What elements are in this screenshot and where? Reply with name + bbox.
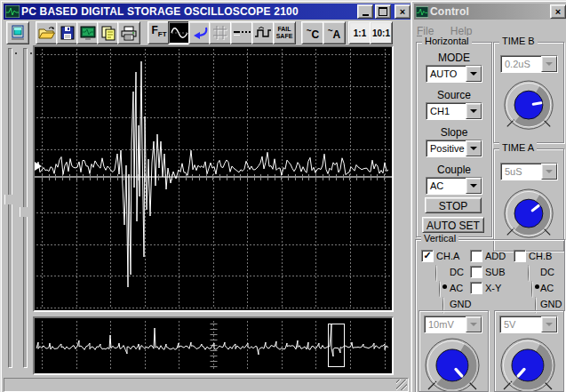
save-floppy-icon [60,26,75,40]
main-scope-display [33,45,394,312]
ch-b-checkbox-label: CH.B [529,251,552,261]
slope-dropdown-arrow [466,140,482,156]
square-wave-icon [254,26,272,40]
ch-b-gain-knob[interactable] [498,336,557,391]
position-slider-thumb-b[interactable] [20,207,32,217]
status-bar [4,378,409,392]
slider-tick [15,52,17,54]
control-menubar: File Help [417,22,559,36]
app-icon [5,5,20,18]
ac-cal-c-icon: ~C [307,26,320,41]
time-a-select[interactable]: 5uS [500,163,558,180]
exit-icon [10,25,26,41]
couple-dropdown-arrow [466,178,482,194]
source-dropdown-arrow [466,103,482,119]
main-window: PC BASED DIGITAL STORAGE OSCILLOSCOPE 21… [0,0,412,392]
fft-icon: FFT [151,26,166,39]
auto-set-button-label: AUTO SET [426,220,480,232]
control-titlebar[interactable]: Control × [414,4,566,20]
dotted-trace-button[interactable] [230,21,253,44]
main-scope-canvas [35,47,392,310]
time-a-dropdown-arrow [541,164,557,180]
resize-grip[interactable] [396,380,407,390]
time-b-group: TIME B 0.2uS [493,42,564,143]
time-a-value: 5uS [501,164,541,180]
scope-screen-icon [80,26,96,40]
time-a-group: TIME A 5uS [493,148,564,252]
position-slider-thumb-a[interactable] [4,195,17,204]
ch-b-ac-label: AC [540,283,554,293]
return-arrow-icon [191,26,209,40]
horizontal-group: Horizontal MODE AUTO Source CH1 Slope Po… [416,42,492,237]
ch-a-checkbox[interactable]: ✓ [421,250,434,262]
fail-safe-button[interactable]: FAIL SAFE [273,21,296,44]
ch-b-volts-value: 5V [500,316,541,332]
close-button[interactable]: × [395,4,411,19]
grid-toggle-button[interactable] [209,21,232,44]
position-slider-track-a[interactable] [8,48,12,368]
control-window: Control × File Help Horizontal MODE AUTO… [411,0,566,392]
printer-icon [120,26,138,41]
mode-select[interactable]: AUTO [426,65,482,83]
ch-a-gain-knob[interactable] [423,336,482,391]
probe-1-1-button[interactable]: 1:1 [348,21,371,44]
ch-a-volts-panel: 10mV [419,310,489,392]
source-value: CH1 [426,103,466,119]
add-checkbox[interactable]: ✓ [470,250,482,262]
ch-a-dc-radio[interactable] [435,265,437,282]
ch-b-ac-radio[interactable] [531,281,533,298]
calibrate-a-button[interactable]: ~A [323,21,346,44]
vertical-group-title: Vertical [421,233,458,244]
ch-b-checkbox[interactable]: ✓ [514,250,526,262]
print-button[interactable] [117,21,140,44]
probe-10-1-label: 10:1 [372,28,390,38]
calibrate-c-button[interactable]: ~C [301,21,324,44]
main-window-title: PC BASED DIGITAL STORAGE OSCILLOSCOPE 21… [21,5,355,18]
pulse-mode-button[interactable] [251,21,275,44]
control-app-icon [416,6,428,18]
stop-button[interactable]: STOP [425,197,482,213]
ch-b-volts-select[interactable]: 5V [499,316,558,333]
slope-select[interactable]: Positive [426,140,482,157]
time-a-group-title: TIME A [499,142,537,153]
toolbar: FFT [1,20,411,44]
xy-checkbox[interactable]: ✓ [470,282,482,294]
ch-a-volts-dropdown-arrow [466,316,482,332]
control-window-title: Control [430,5,548,18]
couple-value: AC [426,178,466,194]
exit-button[interactable] [6,21,29,44]
control-close-button[interactable]: × [550,4,566,19]
source-select[interactable]: CH1 [426,102,482,120]
grid-icon [212,25,228,41]
mode-value: AUTO [426,66,466,82]
probe-1-1-label: 1:1 [354,28,366,38]
sine-wave-icon [171,27,188,39]
auto-set-button[interactable]: AUTO SET [422,217,484,233]
sub-checkbox[interactable]: ✓ [470,266,482,278]
ch-a-gnd-label: GND [450,299,471,309]
couple-select[interactable]: AC [426,177,482,195]
mode-label: MODE [417,52,491,64]
time-a-knob[interactable] [502,187,555,247]
ch-a-checkbox-label: CH.A [436,251,459,261]
ac-cal-a-icon: ~A [328,26,341,41]
ch-b-dc-radio[interactable] [528,265,530,282]
maximize-button[interactable] [375,4,391,19]
ch-a-volts-select[interactable]: 10mV [424,316,482,333]
time-b-select[interactable]: 0.2uS [500,55,558,73]
time-b-value: 0.2uS [501,56,541,72]
probe-10-1-button[interactable]: 10:1 [370,21,393,44]
ch-a-ac-radio[interactable] [439,281,441,298]
ch-b-volts-panel: 5V [494,310,564,392]
ch-a-volts-value: 10mV [425,316,466,332]
overview-display[interactable] [33,316,394,375]
time-b-knob[interactable] [502,78,555,139]
main-titlebar[interactable]: PC BASED DIGITAL STORAGE OSCILLOSCOPE 21… [4,4,412,20]
minimize-icon [363,14,369,16]
maximize-icon [379,7,387,16]
minimize-button[interactable] [357,4,373,19]
ch-b-dc-label: DC [540,267,554,277]
slope-label: Slope [417,126,491,139]
vertical-group: Vertical ✓ CH.A ✓ ADD ✓ CH.B DC ✓ SUB DC… [415,239,565,392]
add-checkbox-label: ADD [485,251,506,261]
